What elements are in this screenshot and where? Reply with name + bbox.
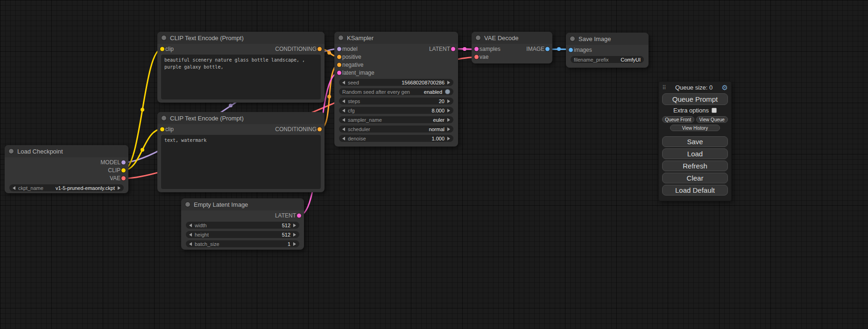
collapse-dot[interactable] (476, 35, 480, 40)
prompt-textarea[interactable]: beautiful scenery nature glass bottle la… (161, 55, 321, 99)
widget-label: sampler_name (348, 117, 382, 123)
refresh-button[interactable]: Refresh (662, 161, 728, 171)
input-slot-latent-image[interactable] (337, 70, 341, 75)
queue-front-button[interactable]: Queue Front (662, 116, 694, 123)
queue-panel: ⠿ Queue size: 0 ⚙ Queue Prompt Extra opt… (658, 81, 732, 201)
widget-label: seed (348, 80, 359, 85)
toggle-knob[interactable] (445, 89, 450, 94)
input-slot-negative[interactable] (337, 63, 341, 67)
decrement-arrow-icon[interactable] (342, 109, 345, 112)
output-slot-latent[interactable] (451, 47, 455, 51)
node-clip-text-encode-negative[interactable]: CLIP Text Encode (Prompt) clip CONDITION… (157, 112, 325, 192)
widget-steps[interactable]: steps 20 (339, 98, 453, 105)
node-ksampler[interactable]: KSampler model LATENT positive negative … (334, 32, 458, 147)
link-dot-clip-positive (141, 108, 144, 112)
prompt-textarea[interactable]: text, watermark (161, 135, 321, 189)
input-slot-clip[interactable] (160, 127, 164, 131)
widget-seed[interactable]: seed 156680208700286 (339, 79, 453, 86)
node-empty-latent-image[interactable]: Empty Latent Image LATENT width 512 heig… (181, 198, 304, 250)
link-dot-positive-cond (327, 51, 331, 55)
node-title-bar[interactable]: CLIP Text Encode (Prompt) (157, 112, 325, 124)
increment-arrow-icon[interactable] (118, 186, 120, 190)
settings-gear-icon[interactable]: ⚙ (722, 84, 728, 91)
node-title-bar[interactable]: Load Checkpoint (5, 145, 128, 157)
input-slot-samples[interactable] (474, 47, 479, 51)
input-slot-positive[interactable] (337, 55, 341, 59)
collapse-dot[interactable] (185, 202, 190, 207)
load-default-button[interactable]: Load Default (662, 185, 728, 196)
input-slot-clip[interactable] (160, 47, 164, 51)
node-canvas[interactable]: Load Checkpoint MODEL CLIP VAE ckpt_name… (0, 0, 868, 329)
decrement-arrow-icon[interactable] (342, 99, 345, 103)
clear-button[interactable]: Clear (662, 173, 728, 183)
widget-value: 1.000 (431, 136, 445, 141)
decrement-arrow-icon[interactable] (342, 118, 345, 122)
decrement-arrow-icon[interactable] (189, 233, 192, 237)
increment-arrow-icon[interactable] (447, 137, 450, 140)
decrement-arrow-icon[interactable] (342, 137, 345, 140)
increment-arrow-icon[interactable] (447, 127, 450, 131)
collapse-dot[interactable] (162, 116, 166, 120)
widget-filename-prefix[interactable]: filename_prefix ComfyUI (571, 56, 644, 63)
node-title-bar[interactable]: KSampler (334, 32, 458, 44)
collapse-dot[interactable] (339, 35, 343, 40)
output-slot-conditioning[interactable] (318, 47, 322, 51)
node-vae-decode[interactable]: VAE Decode samples IMAGE vae (472, 32, 552, 63)
decrement-arrow-icon[interactable] (13, 186, 15, 190)
view-queue-button[interactable]: View Queue (696, 116, 728, 123)
link-dot-samples (463, 47, 466, 51)
node-title-bar[interactable]: VAE Decode (472, 32, 552, 44)
increment-arrow-icon[interactable] (447, 81, 450, 84)
widget-height[interactable]: height 512 (186, 231, 299, 238)
extra-options-checkbox[interactable] (712, 108, 717, 113)
output-slot-vae[interactable] (121, 176, 126, 180)
input-label-clip: clip (165, 126, 174, 133)
output-slot-conditioning[interactable] (318, 127, 322, 131)
input-label-clip: clip (165, 46, 174, 52)
node-title-bar[interactable]: Save Image (566, 33, 649, 45)
drag-handle-icon[interactable]: ⠿ (662, 85, 666, 91)
widget-denoise[interactable]: denoise 1.000 (339, 135, 453, 142)
decrement-arrow-icon[interactable] (189, 242, 192, 246)
output-slot-clip[interactable] (121, 168, 126, 172)
node-title-bar[interactable]: Empty Latent Image (181, 198, 304, 210)
widget-ckpt-name[interactable]: ckpt_name v1-5-pruned-emaonly.ckpt (9, 184, 124, 191)
collapse-dot[interactable] (9, 149, 14, 154)
increment-arrow-icon[interactable] (293, 224, 296, 227)
widget-sampler-name[interactable]: sampler_name euler (339, 116, 453, 123)
increment-arrow-icon[interactable] (293, 242, 296, 246)
decrement-arrow-icon[interactable] (189, 224, 192, 227)
output-slot-latent[interactable] (297, 213, 301, 217)
queue-prompt-button[interactable]: Queue Prompt (662, 93, 728, 105)
widget-scheduler[interactable]: scheduler normal (339, 126, 453, 133)
node-title-bar[interactable]: CLIP Text Encode (Prompt) (157, 32, 325, 44)
input-slot-vae[interactable] (474, 55, 479, 59)
output-slot-image[interactable] (545, 47, 550, 51)
output-slot-model[interactable] (121, 160, 126, 164)
output-label-conditioning: CONDITIONING (275, 46, 317, 52)
increment-arrow-icon[interactable] (447, 109, 450, 112)
node-load-checkpoint[interactable]: Load Checkpoint MODEL CLIP VAE ckpt_name… (5, 145, 128, 193)
widget-width[interactable]: width 512 (186, 222, 299, 229)
collapse-dot[interactable] (162, 35, 166, 40)
input-slot-images[interactable] (569, 48, 573, 52)
input-label-images: images (574, 47, 592, 53)
increment-arrow-icon[interactable] (447, 99, 450, 103)
widget-value: 156680208700286 (402, 80, 445, 85)
increment-arrow-icon[interactable] (293, 233, 296, 237)
node-clip-text-encode-positive[interactable]: CLIP Text Encode (Prompt) clip CONDITION… (157, 32, 325, 103)
decrement-arrow-icon[interactable] (342, 127, 345, 131)
view-history-button[interactable]: View History (670, 125, 720, 131)
save-button[interactable]: Save (662, 136, 728, 147)
node-save-image[interactable]: Save Image images filename_prefix ComfyU… (566, 33, 649, 68)
widget-batch-size[interactable]: batch_size 1 (186, 240, 299, 247)
load-button[interactable]: Load (662, 148, 728, 159)
widget-cfg[interactable]: cfg 8.000 (339, 107, 453, 114)
increment-arrow-icon[interactable] (447, 118, 450, 122)
collapse-dot[interactable] (570, 36, 575, 41)
input-slot-model[interactable] (337, 47, 341, 51)
decrement-arrow-icon[interactable] (342, 81, 345, 84)
widget-random-seed-toggle[interactable]: Random seed after every gen enabled (339, 88, 453, 95)
widget-label: denoise (348, 136, 366, 141)
output-label-vae: VAE (110, 175, 120, 182)
